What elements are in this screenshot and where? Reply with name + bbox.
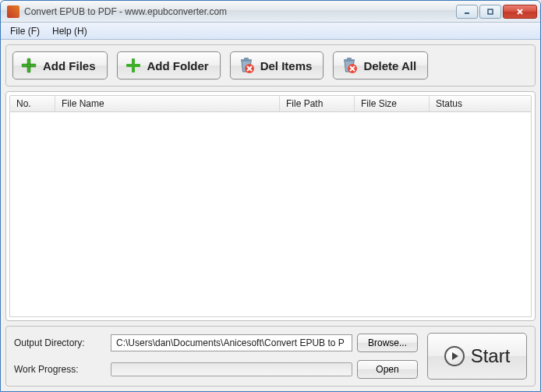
start-button[interactable]: Start xyxy=(427,333,527,380)
start-label: Start xyxy=(471,345,511,367)
bottom-panel: Output Directory: Browse... Work Progres… xyxy=(5,326,536,387)
output-directory-input[interactable] xyxy=(111,334,352,351)
work-progress-label: Work Progress: xyxy=(14,364,106,375)
del-items-label: Del Items xyxy=(260,59,313,72)
output-directory-label: Output Directory: xyxy=(14,337,106,348)
maximize-icon xyxy=(486,8,494,16)
col-file-name[interactable]: File Name xyxy=(55,96,280,111)
plus-icon xyxy=(19,56,38,75)
window-controls xyxy=(456,5,537,19)
browse-button[interactable]: Browse... xyxy=(357,334,418,352)
svg-rect-9 xyxy=(244,58,249,60)
add-files-label: Add Files xyxy=(43,59,96,72)
add-folder-button[interactable]: Add Folder xyxy=(117,51,221,79)
app-icon xyxy=(7,5,19,18)
file-list-panel: No. File Name File Path File Size Status xyxy=(5,91,536,321)
add-files-button[interactable]: Add Files xyxy=(12,51,108,79)
svg-rect-7 xyxy=(126,64,140,67)
window-title: Convert EPUB to PDF - www.epubconverter.… xyxy=(24,6,456,17)
maximize-button[interactable] xyxy=(479,5,501,19)
col-status[interactable]: Status xyxy=(430,96,531,111)
menu-help[interactable]: Help (H) xyxy=(46,24,94,38)
minimize-icon xyxy=(463,8,471,16)
col-no[interactable]: No. xyxy=(10,96,55,111)
plus-icon xyxy=(124,56,143,75)
toolbar: Add Files Add Folder Del Items Delete Al… xyxy=(5,44,536,87)
svg-rect-12 xyxy=(347,58,352,60)
minimize-button[interactable] xyxy=(456,5,478,19)
close-icon xyxy=(516,8,524,16)
svg-rect-1 xyxy=(488,9,493,14)
progress-bar xyxy=(111,362,352,376)
titlebar: Convert EPUB to PDF - www.epubconverter.… xyxy=(1,1,540,23)
col-file-size[interactable]: File Size xyxy=(355,96,430,111)
open-button[interactable]: Open xyxy=(357,360,418,379)
svg-rect-3 xyxy=(22,64,36,67)
col-file-path[interactable]: File Path xyxy=(280,96,355,111)
close-button[interactable] xyxy=(503,5,537,19)
output-controls: Output Directory: Browse... Work Progres… xyxy=(14,333,419,380)
delete-all-label: Delete All xyxy=(363,59,416,72)
play-icon xyxy=(444,346,465,366)
list-header: No. File Name File Path File Size Status xyxy=(9,95,532,112)
add-folder-label: Add Folder xyxy=(147,59,209,72)
content-area: Add Files Add Folder Del Items Delete Al… xyxy=(1,40,540,391)
trash-delete-icon xyxy=(237,56,256,75)
app-window: Convert EPUB to PDF - www.epubconverter.… xyxy=(0,0,541,392)
menu-file[interactable]: File (F) xyxy=(4,24,46,38)
trash-delete-icon xyxy=(340,56,359,75)
list-body[interactable] xyxy=(9,112,532,317)
delete-all-button[interactable]: Delete All xyxy=(333,51,428,79)
menubar: File (F) Help (H) xyxy=(1,23,540,40)
del-items-button[interactable]: Del Items xyxy=(230,51,324,79)
